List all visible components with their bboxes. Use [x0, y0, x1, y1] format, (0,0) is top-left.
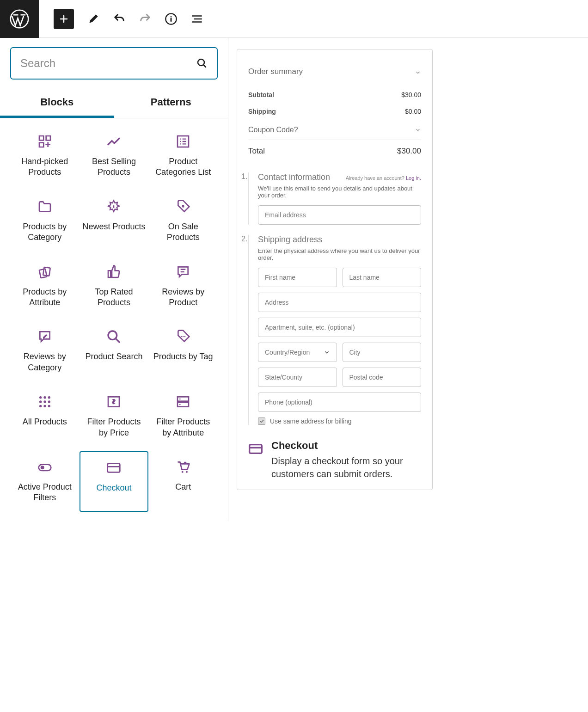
block-label: Newest Products [82, 221, 145, 232]
svg-point-28 [186, 471, 188, 473]
search-box[interactable] [10, 47, 218, 80]
total-row: Total $30.00 [248, 140, 421, 162]
block-filter-products-by-attribute[interactable]: Filter Products by Attribute [148, 386, 218, 447]
block-reviews-by-category[interactable]: Reviews by Category [10, 321, 80, 381]
svg-rect-29 [250, 445, 262, 454]
block-description-text: Display a checkout form so your customer… [271, 454, 421, 480]
shipping-value: $0.00 [405, 108, 421, 115]
first-name-field[interactable]: First name [258, 268, 337, 287]
svg-rect-24 [38, 465, 51, 471]
address-field[interactable]: Address [258, 293, 421, 312]
pencil-icon [87, 13, 99, 25]
coupon-label: Coupon Code? [248, 126, 298, 134]
chevron-down-icon [324, 349, 330, 356]
block-label: Best Selling Products [82, 156, 146, 178]
block-on-sale-products[interactable]: On Sale Products [148, 191, 218, 252]
step-title: Shipping address [258, 235, 322, 245]
block-hand-picked-products[interactable]: Hand-picked Products [10, 126, 80, 186]
svg-point-10 [39, 396, 42, 399]
list-box-icon [176, 134, 190, 149]
info-icon [165, 12, 178, 25]
chevron-down-icon [415, 127, 421, 133]
block-name: Checkout [271, 440, 421, 452]
block-label: All Products [23, 417, 67, 427]
shipping-address-step: 2. Shipping address Enter the physical a… [248, 235, 421, 425]
state-field[interactable]: State/County [258, 368, 337, 387]
block-product-categories-list[interactable]: Product Categories List [148, 126, 218, 186]
svg-point-18 [48, 405, 50, 407]
shipping-row: Shipping $0.00 [248, 103, 421, 120]
same-address-checkbox-row[interactable]: Use same address for billing [258, 417, 421, 425]
svg-point-23 [179, 404, 181, 405]
blocks-grid: Hand-picked Products Best Selling Produc… [10, 118, 218, 512]
undo-icon [113, 12, 126, 25]
redo-icon [139, 12, 152, 25]
tab-patterns[interactable]: Patterns [114, 89, 228, 118]
last-name-field[interactable]: Last name [343, 268, 422, 287]
block-best-selling-products[interactable]: Best Selling Products [80, 126, 149, 186]
block-reviews-by-product[interactable]: Reviews by Product [148, 256, 218, 317]
block-label: Product Search [85, 351, 142, 362]
outline-button[interactable] [190, 12, 203, 25]
block-all-products[interactable]: All Products [10, 386, 80, 447]
svg-point-12 [48, 396, 50, 399]
wordpress-logo[interactable] [0, 0, 39, 38]
block-newest-products[interactable]: Newest Products [80, 191, 149, 252]
order-summary-section: Order summary Subtotal $30.00 Shipping $… [248, 59, 421, 120]
block-label: Products by Attribute [13, 287, 77, 308]
toolbar [39, 9, 203, 29]
block-label: Product Categories List [151, 156, 215, 178]
order-summary-toggle[interactable]: Order summary [248, 59, 421, 86]
city-field[interactable]: City [343, 343, 422, 362]
login-link[interactable]: Log in. [406, 175, 421, 181]
tag-heart-icon [176, 199, 190, 214]
block-label: Products by Tag [153, 351, 213, 362]
country-select[interactable]: Country/Region [258, 343, 337, 362]
add-block-button[interactable] [54, 9, 74, 29]
step-title: Contact information [258, 172, 330, 182]
block-preview-panel: ut e / to c Order summary Subtotal $30.0… [228, 38, 588, 521]
step-description: Enter the physical address where you wan… [258, 247, 421, 261]
phone-field[interactable]: Phone (optional) [258, 393, 421, 412]
undo-button[interactable] [113, 12, 126, 25]
block-label: Hand-picked Products [13, 156, 77, 178]
inserter-tabs: Blocks Patterns [0, 89, 228, 118]
contact-info-step: 1. Contact information Already have an a… [248, 172, 421, 225]
block-top-rated-products[interactable]: Top Rated Products [80, 256, 149, 317]
credit-card-icon [106, 460, 121, 475]
plus-icon [58, 13, 69, 25]
trend-icon [106, 134, 121, 149]
block-products-by-attribute[interactable]: Products by Attribute [10, 256, 80, 317]
svg-point-14 [43, 400, 46, 403]
svg-point-7 [181, 336, 182, 338]
edit-button[interactable] [87, 12, 100, 25]
coupon-toggle[interactable]: Coupon Code? [248, 120, 421, 140]
block-label: Products by Category [13, 221, 77, 243]
price-box-icon [106, 394, 121, 409]
chevron-down-icon [415, 69, 421, 76]
block-label: On Sale Products [151, 221, 215, 243]
block-label: Reviews by Category [13, 351, 77, 373]
search-input[interactable] [20, 57, 196, 70]
login-prompt: Already have an account? Log in. [346, 175, 421, 181]
tab-blocks[interactable]: Blocks [0, 89, 114, 118]
grid-dots-icon [37, 394, 52, 409]
info-button[interactable] [165, 12, 178, 25]
block-product-search[interactable]: Product Search [80, 321, 149, 381]
svg-point-13 [39, 400, 42, 403]
block-checkout[interactable]: Checkout [80, 451, 149, 512]
redo-button[interactable] [139, 12, 152, 25]
block-label: Active Product Filters [13, 482, 77, 503]
block-cart[interactable]: Cart [148, 451, 218, 512]
block-products-by-tag[interactable]: Products by Tag [148, 321, 218, 381]
apartment-field[interactable]: Apartment, suite, etc. (optional) [258, 318, 421, 337]
step-number: 1. [241, 172, 247, 181]
burst-icon [106, 199, 121, 214]
block-products-by-category[interactable]: Products by Category [10, 191, 80, 252]
postal-code-field[interactable]: Postal code [343, 368, 422, 387]
email-field[interactable]: Email address [258, 205, 421, 225]
shipping-label: Shipping [248, 108, 276, 115]
block-filter-products-by-price[interactable]: Filter Products by Price [80, 386, 149, 447]
block-active-product-filters[interactable]: Active Product Filters [10, 451, 80, 512]
checkbox-icon [258, 417, 265, 425]
